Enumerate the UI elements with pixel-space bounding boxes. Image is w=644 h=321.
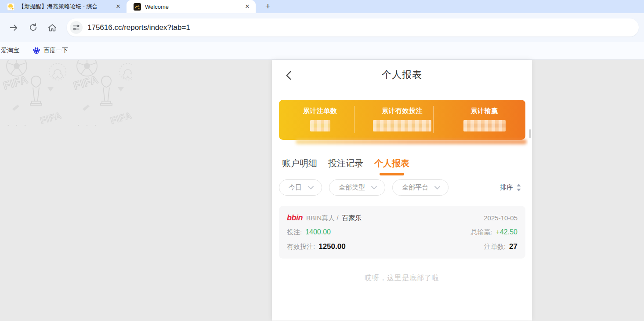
reload-button[interactable] [25,19,41,36]
browser-tab-forum[interactable]: 【新提醒】海燕策略论坛 - 综合 ✕ [0,0,127,13]
stats-card-glow [296,139,527,144]
new-tab-button[interactable]: + [262,0,274,13]
tab-title: 【新提醒】海燕策略论坛 - 综合 [18,3,110,11]
bbin-logo: bbin [287,213,303,223]
stat-total-valid-bets: 累计有效投注 [361,100,443,140]
chevron-down-icon [371,186,377,190]
fifa-watermark-pattern: FIFA FIFA [0,60,132,126]
page-title: 个人报表 [382,68,422,81]
browser-toolbar: 175616.cc/reports/index?tab=1 [0,13,644,42]
bet-label: 投注: [287,228,302,237]
tab-close-icon[interactable]: ✕ [114,3,122,11]
sort-arrows-icon [516,184,521,191]
stat-value-censored [463,120,506,131]
page-content: FIFA FIFA 个人报表 累计注单数 [0,60,644,321]
bottom-reached-note: 哎呀，这里是底部了啦 [272,274,532,283]
forum-favicon-icon [7,3,14,11]
bookmark-label: 爱淘宝 [1,47,19,55]
stat-value-censored [310,120,330,131]
stat-value-censored [373,120,431,131]
winloss-value: +42.50 [496,228,517,236]
scrollbar-thumb[interactable] [529,129,531,138]
tab-personal-report[interactable]: 个人报表 [374,157,409,175]
report-panel: 个人报表 累计注单数 累计有效投注 累计输赢 账户明细 投注记录 个人报表 [272,60,532,321]
game-name: 百家乐 [342,214,362,223]
reload-icon [29,23,38,32]
sort-control[interactable]: 排序 [500,183,525,192]
tab-close-icon[interactable]: ✕ [243,3,251,11]
chevron-down-icon [308,186,314,190]
home-button[interactable] [44,19,61,36]
chevron-down-icon [434,186,440,190]
back-button[interactable] [283,69,295,81]
omnibox[interactable]: 175616.cc/reports/index?tab=1 [67,18,639,36]
browser-tab-strip: 【新提醒】海燕策略论坛 - 综合 ✕ Welcome ✕ + [0,0,644,13]
bet-count-label: 注单数: [484,243,506,251]
filter-label: 今日 [289,183,302,192]
filter-row: 今日 全部类型 全部平台 排序 [272,179,532,196]
stat-total-bets: 累计注单数 [279,100,361,140]
stat-total-winloss: 累计输赢 [443,100,525,140]
tab-bet-records[interactable]: 投注记录 [328,157,363,175]
report-header: 个人报表 [272,60,532,90]
url-text[interactable]: 175616.cc/reports/index?tab=1 [87,23,190,32]
valid-bet-label: 有效投注: [287,243,315,251]
tune-icon [72,24,80,31]
chevron-left-icon [287,72,291,79]
record-header-row: bbin BBIN真人 / 百家乐 2025-10-05 [287,212,517,223]
record-card[interactable]: bbin BBIN真人 / 百家乐 2025-10-05 投注: 1400.00… [279,206,525,259]
bookmark-aitaobao[interactable]: 爱淘宝 [0,44,23,57]
bookmark-label: 百度一下 [43,47,68,55]
stat-label: 累计有效投注 [382,107,423,115]
stat-label: 累计注单数 [303,107,337,115]
filter-label: 全部类型 [339,183,365,192]
filter-platform-dropdown[interactable]: 全部平台 [392,179,449,196]
summary-stats-card: 累计注单数 累计有效投注 累计输赢 [279,100,525,140]
filter-type-dropdown[interactable]: 全部类型 [329,179,385,196]
record-date: 2025-10-05 [484,214,517,222]
report-tabs: 账户明细 投注记录 个人报表 [272,157,532,175]
tab-label: 个人报表 [374,158,409,168]
provider-name: BBIN真人 / [306,214,338,223]
tab-account-details[interactable]: 账户明细 [282,157,317,175]
filter-date-dropdown[interactable]: 今日 [279,179,322,196]
valid-bet-value: 1250.00 [318,242,345,251]
panel-scrollbar[interactable] [528,114,532,152]
browser-tab-welcome[interactable]: Welcome ✕ [127,0,256,13]
record-bet-row: 投注: 1400.00 总输赢: +42.50 [287,227,517,237]
active-tab-underline [380,173,404,175]
baidu-paw-icon [33,47,40,55]
bookmark-baidu[interactable]: 百度一下 [29,44,72,57]
sort-label: 排序 [500,183,513,192]
tab-title: Welcome [145,4,239,10]
stat-divider [433,106,434,133]
bookmarks-bar: 爱淘宝 百度一下 [0,42,644,60]
stat-divider [354,106,355,133]
forward-button[interactable] [5,19,22,36]
stat-label: 累计输赢 [471,107,498,115]
winloss-label: 总输赢: [470,228,492,237]
home-icon [47,23,57,33]
welcome-favicon-icon [134,3,141,11]
site-info-button[interactable] [70,21,83,34]
record-valid-row: 有效投注: 1250.00 注单数: 27 [287,241,517,252]
bet-count-value: 27 [509,242,517,251]
bet-value: 1400.00 [305,228,331,236]
filter-label: 全部平台 [402,183,428,192]
forward-arrow-icon [9,23,18,33]
